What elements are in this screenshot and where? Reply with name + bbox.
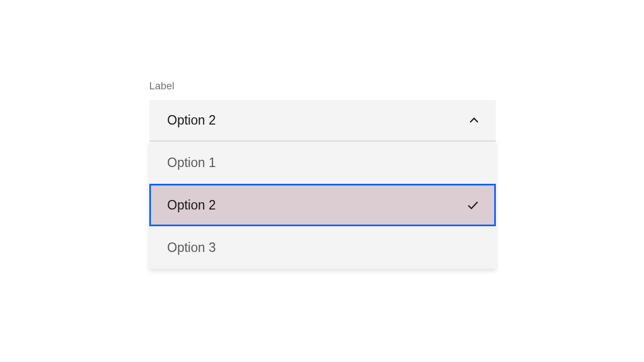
dropdown-selected-value: Option 2 — [167, 113, 216, 128]
dropdown-option-2[interactable]: Option 2 — [149, 184, 496, 226]
dropdown-option-1[interactable]: Option 1 — [149, 141, 496, 184]
chevron-up-icon — [468, 115, 480, 127]
dropdown-option-label: Option 2 — [167, 198, 216, 213]
dropdown-component: Label Option 2 Option 1 Option 2 — [149, 80, 496, 269]
dropdown-option-label: Option 3 — [167, 240, 216, 255]
dropdown-label: Label — [149, 80, 496, 92]
checkmark-icon — [467, 199, 479, 211]
dropdown-option-3[interactable]: Option 3 — [149, 226, 496, 269]
dropdown-menu: Option 1 Option 2 Option 3 — [149, 141, 496, 269]
dropdown-trigger[interactable]: Option 2 — [149, 100, 496, 141]
dropdown-option-label: Option 1 — [167, 155, 216, 170]
